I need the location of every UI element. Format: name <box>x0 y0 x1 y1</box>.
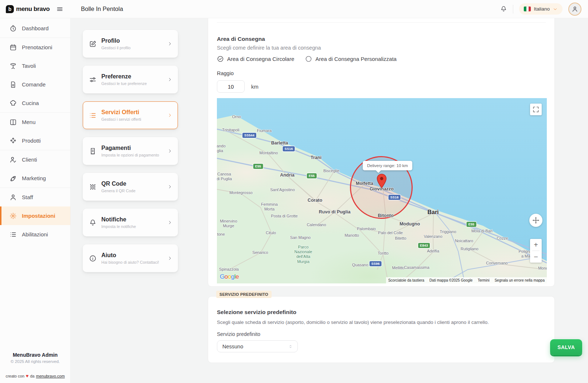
notifications-bell-icon[interactable] <box>500 5 507 12</box>
sliders-icon <box>89 76 97 84</box>
radio-checked-icon <box>217 55 224 62</box>
bell-icon <box>89 219 97 227</box>
sidebar-item-clienti[interactable]: Clienti <box>0 150 70 169</box>
settings-card-servizi-offerti[interactable]: Servizi OffertiGestisci i servizi offert… <box>83 101 178 129</box>
rocket-icon <box>9 175 17 182</box>
default-service-title: Selezione servizio predefinito <box>217 309 546 316</box>
header-divider <box>513 5 513 13</box>
sidebar-item-prodotti[interactable]: Prodotti <box>0 131 70 150</box>
sidebar-item-cucina[interactable]: Cucina <box>0 94 70 112</box>
select-chevrons-icon <box>288 344 293 349</box>
receipt-icon <box>89 147 97 155</box>
chevron-right-icon <box>167 41 172 46</box>
sidebar-item-label: Prenotazioni <box>22 44 52 50</box>
language-selector[interactable]: Italiano <box>519 3 562 15</box>
chevron-right-icon <box>167 148 172 154</box>
google-logo[interactable]: Google <box>220 273 239 281</box>
map-marker-pin[interactable] <box>377 174 387 188</box>
settings-card-subtitle: Hai bisogno di aiuto? Contattaci! <box>101 260 159 264</box>
zoom-out-button[interactable]: − <box>530 251 542 263</box>
settings-card-notifiche[interactable]: NotificheImposta le notifiche <box>83 209 178 236</box>
settings-nav: ProfiloGestisci il profiloPreferenzeGest… <box>83 30 178 272</box>
attribution-termini[interactable]: Termini <box>478 278 489 282</box>
settings-card-qr-code[interactable]: QR CodeGenera il QR Code <box>83 173 178 201</box>
page-title: Bolle In Pentola <box>81 5 123 12</box>
app-root: b menu bravo Bolle In Pentola Italiano D… <box>0 0 588 383</box>
delivery-area-subtitle: Scegli come definire la tua area di cons… <box>217 45 546 51</box>
sidebar-item-comande[interactable]: Comande <box>0 75 70 94</box>
radius-input[interactable] <box>217 80 245 93</box>
sidebar-item-tavoli[interactable]: Tavoli <box>0 57 70 75</box>
sidebar-item-menu[interactable]: Menu <box>0 113 70 131</box>
radio-custom-area[interactable]: Area di Consegna Personalizzata <box>305 55 397 62</box>
google-logo-letter: e <box>235 273 239 280</box>
chevron-right-icon <box>167 113 172 118</box>
default-service-select[interactable]: Nessuno <box>217 340 298 352</box>
header: b menu bravo Bolle In Pentola Italiano <box>0 0 588 18</box>
settings-card-pagamenti[interactable]: PagamentiImposta le opzioni di pagamento <box>83 137 178 165</box>
sidebar-item-staff[interactable]: Staff <box>0 188 70 206</box>
tooltip-text: Delivery range: 10 km <box>367 163 408 168</box>
section-chip: SERVIZIO PREDEFINITO <box>216 291 272 298</box>
sidebar-item-label: Menu <box>22 119 36 125</box>
hamburger-menu-icon[interactable] <box>56 5 63 13</box>
chef-hat-icon <box>9 100 17 107</box>
menubravo-link[interactable]: menubravo.com <box>36 374 65 378</box>
settings-card-preferenze[interactable]: PreferenzeGestisci le tue preferenze <box>83 66 178 93</box>
settings-card-title: Pagamenti <box>101 145 159 151</box>
chevron-right-icon <box>167 220 172 225</box>
google-logo-letter: o <box>228 273 231 280</box>
table-icon <box>9 62 17 70</box>
default-service-label: Servizio predefinito <box>217 331 546 337</box>
user-avatar[interactable] <box>568 3 581 16</box>
sidebar-item-impostazioni[interactable]: Impostazioni <box>0 206 70 225</box>
sidebar-item-prenotazioni[interactable]: Prenotazioni <box>0 38 70 57</box>
radius-row: km <box>217 80 546 93</box>
attribution-scorciatoie-da-tastiera[interactable]: Scorciatoie da tastiera <box>388 278 424 282</box>
settings-card-text: PagamentiImposta le opzioni di pagamento <box>101 145 159 157</box>
settings-card-profilo[interactable]: ProfiloGestisci il profilo <box>83 30 178 58</box>
attribution-dati-mappa-2025-google: Dati mappa ©2025 Google <box>429 278 473 282</box>
sidebar-item-label: Comande <box>22 81 46 88</box>
settings-card-text: AiutoHai bisogno di aiuto? Contattaci! <box>101 252 159 264</box>
radio-circular-area[interactable]: Area di Consegna Circolare <box>217 55 294 62</box>
settings-card-aiuto[interactable]: AiutoHai bisogno di aiuto? Contattaci! <box>83 244 178 272</box>
zoom-in-button[interactable]: + <box>530 239 542 251</box>
heart-icon: ♥ <box>26 373 29 379</box>
user-check-icon <box>9 156 17 163</box>
fullscreen-button[interactable] <box>530 104 542 115</box>
pan-control[interactable] <box>529 214 542 227</box>
logo-icon: b <box>6 5 14 13</box>
delivery-area-card: Area di Consegna Scegli come definire la… <box>208 14 555 287</box>
settings-card-subtitle: Genera il QR Code <box>101 189 136 193</box>
default-service-card: Selezione servizio predefinito Scegli qu… <box>208 296 555 363</box>
settings-card-text: NotificheImposta le notifiche <box>101 216 136 229</box>
sidebar-item-label: Marketing <box>22 175 46 181</box>
sidebar-item-label: Impostazioni <box>22 213 55 219</box>
user-icon <box>9 194 17 201</box>
settings-card-subtitle: Gestisci il profilo <box>101 46 131 50</box>
logo-text: menu bravo <box>16 5 50 13</box>
delivery-area-title: Area di Consegna <box>217 36 546 42</box>
sidebar-item-dashboard[interactable]: Dashboard <box>0 19 70 38</box>
settings-card-subtitle: Gestisci le tue preferenze <box>101 81 147 86</box>
app-logo[interactable]: b menu bravo <box>6 5 50 13</box>
sidebar: DashboardPrenotazioniTavoliComandeCucina… <box>0 18 71 383</box>
settings-card-subtitle: Imposta le opzioni di pagamento <box>101 153 159 157</box>
document-icon <box>9 81 17 88</box>
radio-custom-label: Area di Consegna Personalizzata <box>315 56 397 62</box>
italy-flag-icon <box>524 7 531 11</box>
qr-icon <box>89 183 97 191</box>
chevron-right-icon <box>167 184 172 189</box>
delivery-map[interactable]: OrnoTrinitapoliFiumaraBarlettaMontaltino… <box>217 98 547 283</box>
attribution-segnala-un-errore-nella-[interactable]: Segnala un errore nella mappa <box>495 278 545 282</box>
sidebar-item-marketing[interactable]: Marketing <box>0 169 70 187</box>
save-button[interactable]: SALVA <box>550 339 582 355</box>
sidebar-item-abilitazioni[interactable]: Abilitazioni <box>0 225 70 244</box>
sidebar-item-label: Prodotti <box>22 138 41 144</box>
delivery-area-options: Area di Consegna Circolare Area di Conse… <box>217 55 546 62</box>
settings-card-text: ProfiloGestisci il profilo <box>101 38 131 50</box>
settings-card-title: Profilo <box>101 38 131 44</box>
list-icon <box>89 112 97 119</box>
settings-card-title: QR Code <box>101 181 136 187</box>
